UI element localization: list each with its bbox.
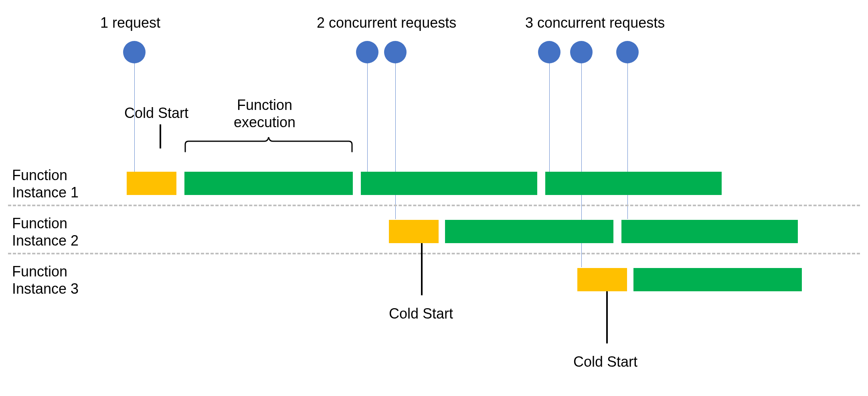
cold-start-diagram: 1 request 2 concurrent requests 3 concur… bbox=[8, 8, 860, 388]
cold-start-tick-2 bbox=[421, 243, 423, 295]
request-dot bbox=[570, 41, 593, 63]
execution-bar bbox=[633, 268, 802, 291]
header-label-3req: 3 concurrent requests bbox=[525, 14, 665, 31]
request-connector bbox=[367, 63, 368, 172]
request-dot bbox=[384, 41, 407, 63]
brace-icon bbox=[184, 136, 353, 152]
row-label-2: Function Instance 2 bbox=[12, 215, 79, 249]
cold-start-label-1: Cold Start bbox=[124, 104, 188, 122]
row-divider bbox=[8, 205, 860, 206]
execution-bar bbox=[621, 220, 798, 243]
request-connector bbox=[549, 63, 550, 172]
request-dot bbox=[356, 41, 378, 63]
execution-bar bbox=[361, 172, 537, 195]
request-connector bbox=[627, 63, 628, 219]
execution-bar bbox=[545, 172, 722, 195]
request-dot bbox=[123, 41, 146, 63]
cold-start-bar bbox=[389, 220, 439, 243]
execution-bar bbox=[184, 172, 353, 195]
request-dot bbox=[538, 41, 560, 63]
row-divider bbox=[8, 253, 860, 254]
request-connector bbox=[395, 63, 396, 219]
row-label-3: Function Instance 3 bbox=[12, 263, 79, 297]
function-execution-label: Function execution bbox=[221, 96, 309, 131]
cold-start-label-2: Cold Start bbox=[389, 305, 453, 322]
cold-start-bar bbox=[127, 172, 176, 195]
header-label-2req: 2 concurrent requests bbox=[317, 14, 456, 31]
request-dot bbox=[616, 41, 639, 63]
row-label-1: Function Instance 1 bbox=[12, 167, 79, 201]
cold-start-tick-3 bbox=[606, 291, 608, 343]
cold-start-tick-1 bbox=[160, 124, 161, 148]
cold-start-bar bbox=[577, 268, 627, 291]
cold-start-label-3: Cold Start bbox=[573, 353, 637, 370]
execution-bar bbox=[445, 220, 613, 243]
header-label-1req: 1 request bbox=[100, 14, 160, 31]
